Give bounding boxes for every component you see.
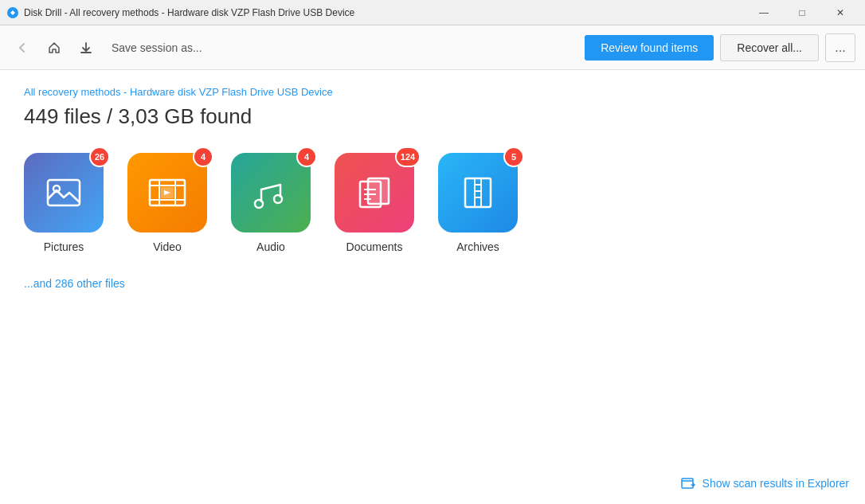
documents-icon-box: 124: [335, 153, 414, 232]
svg-rect-23: [682, 479, 693, 488]
category-documents[interactable]: 124 Documents: [335, 153, 414, 253]
audio-badge: 4: [296, 147, 317, 167]
video-badge: 4: [193, 147, 213, 167]
home-icon: [47, 41, 61, 55]
explorer-icon: [680, 475, 696, 491]
home-button[interactable]: [41, 35, 67, 61]
more-options-button[interactable]: ...: [825, 33, 855, 62]
archives-badge: 5: [503, 147, 524, 167]
main-content: All recovery methods - Hardware disk VZP…: [0, 70, 865, 504]
category-archives[interactable]: 5 Archives: [438, 153, 518, 253]
title-bar-text: Disk Drill - All recovery methods - Hard…: [24, 7, 746, 18]
video-icon-box: 4: [127, 153, 207, 232]
video-label: Video: [153, 240, 182, 253]
pictures-label: Pictures: [44, 240, 84, 253]
title-bar: Disk Drill - All recovery methods - Hard…: [0, 0, 865, 25]
pictures-icon-box: 26: [24, 153, 104, 232]
documents-badge: 124: [395, 147, 421, 167]
app-icon: [6, 6, 19, 19]
show-in-explorer-button[interactable]: Show scan results in Explorer: [680, 475, 849, 491]
save-session-label: Save session as...: [112, 41, 202, 54]
archives-icon-box: 5: [438, 153, 518, 232]
documents-label: Documents: [346, 240, 403, 253]
svg-rect-2: [48, 180, 80, 205]
svg-rect-17: [465, 178, 491, 207]
window-controls: — □ ✕: [746, 0, 859, 25]
toolbar: Save session as... Review found items Re…: [0, 25, 865, 70]
back-icon: [15, 41, 29, 55]
show-in-explorer-label: Show scan results in Explorer: [703, 477, 849, 490]
svg-rect-13: [368, 178, 389, 204]
recover-all-button[interactable]: Recover all...: [720, 34, 819, 61]
save-session-button[interactable]: Save session as...: [105, 38, 209, 57]
other-files-link[interactable]: ...and 286 other files: [24, 277, 841, 290]
back-button[interactable]: [10, 35, 35, 61]
archives-label: Archives: [456, 240, 499, 253]
svg-point-11: [274, 195, 282, 203]
category-pictures[interactable]: 26 Pictures: [24, 153, 104, 253]
category-audio[interactable]: 4 Audio: [231, 153, 311, 253]
minimize-button[interactable]: —: [746, 0, 782, 25]
maximize-button[interactable]: □: [784, 0, 820, 25]
audio-icon-box: 4: [231, 153, 311, 232]
download-button[interactable]: [73, 35, 99, 61]
svg-point-10: [255, 200, 263, 208]
breadcrumb: All recovery methods - Hardware disk VZP…: [24, 86, 841, 98]
audio-label: Audio: [256, 240, 285, 253]
found-title: 449 files / 3,03 GB found: [24, 104, 841, 129]
download-icon: [79, 41, 93, 55]
close-button[interactable]: ✕: [822, 0, 859, 25]
categories-container: 26 Pictures 4 Video 4 Audio: [24, 153, 841, 253]
pictures-badge: 26: [89, 147, 110, 167]
category-video[interactable]: 4 Video: [127, 153, 207, 253]
review-found-items-button[interactable]: Review found items: [585, 35, 714, 61]
